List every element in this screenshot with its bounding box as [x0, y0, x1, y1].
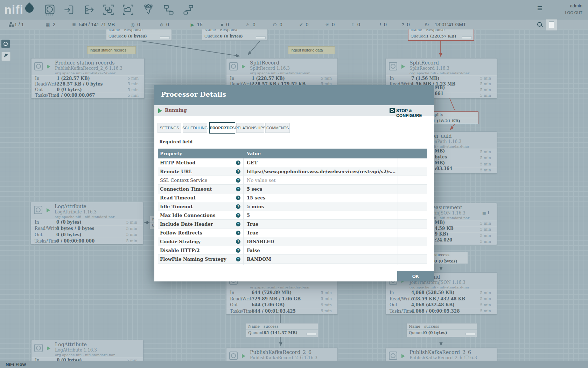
property-row[interactable]: Connection Timeout? 5 secs [158, 185, 427, 193]
processor-type: PublishKafkaRecord_2_6 1.16.3 [55, 66, 122, 71]
processor-produce-station-records[interactable]: Produce station records PublishKafkaReco… [31, 58, 145, 98]
ok-button[interactable]: OK [397, 271, 434, 281]
property-row[interactable]: Cookie Strategy? DISABLED [158, 237, 427, 246]
threads-count: 2 [53, 22, 56, 27]
funnel-tool-icon[interactable] [142, 4, 154, 16]
output-port-tool-icon[interactable] [83, 4, 95, 16]
property-row[interactable]: FlowFile Naming Strategy? RANDOM [158, 255, 427, 264]
cluster-icon [9, 25, 11, 27]
help-icon[interactable]: ? [236, 196, 240, 200]
processor-stats: In1 (228.57 KB)5 min Read/Write228.57 KB… [31, 75, 144, 98]
help-icon[interactable]: ? [236, 239, 240, 244]
input-port-tool-icon[interactable] [63, 4, 75, 16]
property-row[interactable]: HTTP Method? GET [158, 158, 427, 167]
global-menu-icon[interactable]: ≡ [537, 3, 542, 14]
property-row[interactable]: SSL Context Service? No value set [158, 176, 427, 185]
tab-properties[interactable]: PROPERTIES [209, 122, 235, 134]
running-icon [401, 64, 405, 69]
required-field-note: Required field [159, 139, 192, 144]
running-icon [242, 64, 245, 69]
processor-tool-icon[interactable] [44, 4, 56, 16]
connection-queued: 1 (18.21 KB) [433, 119, 460, 123]
property-row[interactable]: Disable HTTP/2? False [158, 246, 427, 255]
stat-fragment: 9 KB) [435, 232, 448, 237]
processor-type: PublishKafkaRecord_2_6 1.16.3 [250, 355, 317, 360]
connection-label[interactable]: Namesuccess Queued85 (141.37 MB) [246, 323, 318, 337]
connection-name: splits [433, 113, 443, 117]
processor-details-dialog: Processor Details Running STOP & CONFIGU… [154, 85, 434, 281]
user-name: admin [570, 3, 582, 8]
refresh-icon[interactable]: ↻ [425, 21, 429, 28]
locally-modified-icon: ✳ [325, 22, 329, 27]
flow-label[interactable]: Ingest station records [87, 46, 136, 54]
breadcrumb-bar: NiFi Flow [0, 361, 588, 368]
thread-count-badge: ▦ 1 [482, 211, 490, 215]
stale-icon: ⇧ [351, 22, 355, 27]
stat-fragment: bytes [435, 155, 447, 159]
logout-link[interactable]: LOG OUT [565, 11, 582, 15]
processor-title: LogAttribute [55, 342, 87, 347]
property-row[interactable]: Attributes to Send? No value set [158, 264, 427, 265]
connection-label[interactable]: Namesuccess Queued0 (0 bytes) [406, 323, 477, 337]
processor-icon [389, 62, 397, 70]
help-icon[interactable]: ? [236, 169, 240, 174]
help-icon[interactable]: ? [236, 222, 240, 226]
processor-title: Produce station records [55, 60, 114, 66]
help-icon[interactable]: ? [236, 231, 240, 235]
help-icon[interactable]: ? [236, 161, 240, 165]
tab-settings[interactable]: SETTINGS [158, 123, 181, 133]
stat-fragment: :24.020 [435, 238, 452, 243]
backpressure-bar [306, 333, 316, 335]
property-row[interactable]: Idle Timeout? 5 mins [158, 202, 427, 211]
running-icon [401, 354, 405, 358]
connection-name: success [424, 324, 439, 329]
tab-scheduling[interactable]: SCHEDULING [183, 123, 207, 133]
processor-type: SplitRecord 1.16.3 [410, 66, 449, 71]
backpressure-bar [462, 36, 472, 39]
running-count: 15 [197, 22, 203, 27]
help-icon[interactable]: ? [236, 257, 240, 261]
property-row[interactable]: Remote URL? https://www.pegelonline.wsv.… [158, 167, 427, 176]
help-icon[interactable]: ? [236, 248, 240, 253]
processor-bundle: org.apache.nifi - nifi-standard-nar [410, 285, 469, 289]
run-status-label: Running [165, 108, 187, 113]
connection-queued-key: Queued [108, 34, 124, 39]
property-row[interactable]: Follow Redirects? True [158, 229, 427, 237]
backpressure-bar [465, 333, 475, 335]
processor-type: PublishKafkaRecord_2_6 1.16.3 [410, 355, 477, 360]
invalid-count-icon: ⚠ [246, 22, 250, 27]
tab-comments[interactable]: COMMENTS [265, 123, 290, 133]
help-icon[interactable]: ? [236, 204, 240, 209]
process-group-tool-icon[interactable] [103, 4, 114, 16]
help-icon[interactable]: ? [236, 213, 240, 218]
processor-bundle: org.apache.nifi - nifi-standard-nar [250, 285, 310, 289]
connection-name: success [434, 253, 449, 257]
remote-process-group-tool-icon[interactable] [122, 4, 134, 16]
breadcrumb[interactable]: NiFi Flow [6, 362, 26, 367]
processor-icon [229, 62, 238, 70]
property-row[interactable]: Max Idle Connections? 5 [158, 211, 427, 220]
threads-icon: ▦ [46, 22, 50, 27]
flow-label[interactable]: Ingest historic data [288, 46, 335, 54]
tab-relationships[interactable]: RELATIONSHIPS [236, 123, 264, 133]
template-tool-icon[interactable] [163, 4, 175, 16]
dialog-title: Processor Details [161, 90, 226, 98]
stat-fragment: :03.364 [435, 166, 452, 171]
label-tool-icon[interactable] [182, 4, 194, 16]
disabled-count-icon: ∅ [273, 22, 277, 27]
property-row[interactable]: Include Date Header? True [158, 220, 427, 229]
processor-logattribute-mid[interactable]: LogAttribute LogAttribute 1.16.3 org.apa… [31, 202, 143, 244]
search-icon[interactable] [537, 22, 542, 27]
side-panel-button[interactable] [546, 19, 557, 30]
transmitting-icon: ◎ [131, 22, 134, 27]
processor-bundle: org.apache.nifi - nifi-standard-nar [250, 71, 310, 75]
property-row[interactable]: Read Timeout? 15 secs [158, 193, 427, 202]
stop-and-configure-button[interactable]: STOP & CONFIGURE [396, 108, 434, 118]
operate-palette-button[interactable] [1, 52, 10, 61]
help-icon[interactable]: ? [236, 187, 240, 191]
backpressure-bar [160, 36, 170, 39]
processor-title: PublishKafkaRecord_2_6 [410, 349, 471, 355]
processor-bundle: org.apache.nifi - nifi-standard-nar [410, 71, 469, 75]
navigate-palette-button[interactable] [1, 40, 10, 48]
help-icon[interactable]: ? [236, 178, 240, 183]
